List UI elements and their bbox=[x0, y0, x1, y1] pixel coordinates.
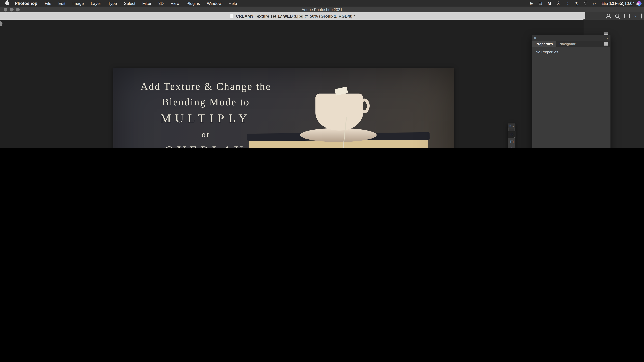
artwork-line: MULTIPLY bbox=[118, 110, 294, 126]
menu-item[interactable]: Select bbox=[124, 1, 135, 5]
window-controls bbox=[4, 7, 20, 11]
document-icon bbox=[230, 14, 234, 18]
accessibility-icon[interactable] bbox=[556, 1, 561, 6]
menu-item[interactable]: Filter bbox=[142, 1, 152, 5]
document-tab-bar: CREAMY Texture set 17 WEB 3.jpg @ 50% (G… bbox=[0, 12, 644, 19]
artwork-line: Blending Mode to bbox=[118, 94, 294, 110]
artwork-line: Add Texture & Change the bbox=[118, 79, 294, 94]
time-machine-icon[interactable] bbox=[574, 1, 579, 6]
menu-list: FileEditImageLayerTypeSelectFilter3DView… bbox=[45, 1, 237, 5]
menu-item[interactable]: Edit bbox=[58, 1, 66, 5]
menu-item[interactable]: File bbox=[45, 1, 51, 5]
zoom-window-button[interactable] bbox=[16, 7, 20, 11]
menu-item[interactable]: Layer bbox=[91, 1, 101, 5]
properties-tabstrip: Properties Navigator bbox=[532, 40, 610, 47]
tab-navigator[interactable]: Navigator bbox=[556, 40, 579, 47]
close-panel-icon[interactable]: ✕ bbox=[534, 36, 536, 40]
menu-item[interactable]: Image bbox=[72, 1, 84, 5]
document-tab-title: CREAMY Texture set 17 WEB 3.jpg @ 50% (G… bbox=[236, 14, 355, 18]
panel-edge-icon bbox=[641, 13, 642, 18]
workspace-switcher-icon[interactable] bbox=[624, 14, 630, 18]
panel-group: ✕ « Properties Navigator No Properties A… bbox=[532, 35, 611, 148]
artwork-line: or bbox=[118, 126, 294, 142]
invite-user-icon[interactable] bbox=[606, 13, 610, 18]
apple-menu-icon[interactable] bbox=[5, 1, 9, 5]
window-title-bar: Adobe Photoshop 2021 bbox=[0, 6, 644, 12]
collapse-tools-icon[interactable]: » bbox=[512, 124, 514, 127]
menu-bar: Photoshop FileEditImageLayerTypeSelectFi… bbox=[0, 0, 644, 6]
properties-body: No Properties bbox=[532, 47, 610, 148]
wifi-icon[interactable] bbox=[583, 1, 588, 6]
bluetooth-icon[interactable] bbox=[565, 1, 570, 6]
menu-item[interactable]: 3D bbox=[158, 1, 164, 5]
move-tool[interactable]: ✢ bbox=[508, 131, 516, 138]
document-tab[interactable]: CREAMY Texture set 17 WEB 3.jpg @ 50% (G… bbox=[0, 12, 585, 19]
malwarebytes-icon[interactable] bbox=[547, 1, 552, 6]
display-icon[interactable] bbox=[538, 1, 543, 6]
collapse-panel-icon[interactable]: « bbox=[607, 36, 609, 39]
minimize-window-button[interactable] bbox=[10, 7, 14, 11]
app-menu[interactable]: Photoshop bbox=[15, 1, 37, 6]
menu-item[interactable]: Window bbox=[207, 1, 222, 5]
menu-item[interactable]: Type bbox=[108, 1, 117, 5]
workspace: Add Texture & Change theBlending Mode to… bbox=[0, 20, 644, 148]
artwork-line: OVERLAY bbox=[118, 142, 294, 148]
window-title: Adobe Photoshop 2021 bbox=[302, 7, 342, 12]
menu-item[interactable]: Plugins bbox=[186, 1, 200, 5]
canvas-image[interactable]: Add Texture & Change theBlending Mode to… bbox=[113, 68, 454, 148]
tab-overflow-knob[interactable] bbox=[0, 21, 2, 26]
artwork-text: Add Texture & Change theBlending Mode to… bbox=[118, 79, 294, 148]
marquee-tool[interactable]: ▢ bbox=[508, 138, 516, 145]
screen-record-icon[interactable] bbox=[528, 1, 534, 6]
menu-item[interactable]: Help bbox=[228, 1, 237, 5]
menu-item[interactable]: View bbox=[171, 1, 180, 5]
close-window-button[interactable] bbox=[4, 7, 8, 11]
lasso-tool[interactable]: ∿ bbox=[508, 145, 516, 148]
layers-menu-icon[interactable] bbox=[604, 32, 608, 35]
chevron-down-icon[interactable]: ∨ bbox=[634, 14, 636, 18]
tools-panel: ✕ » ✢▢∿✎⊞⊠⌿✚✏▣↺▰▨⊙◒✒T➤▭☝◎⋯ ⇅ bbox=[508, 123, 516, 148]
panel-menu-icon[interactable] bbox=[604, 42, 608, 45]
search-icon[interactable] bbox=[615, 13, 620, 18]
teacup bbox=[316, 93, 363, 130]
tab-properties[interactable]: Properties bbox=[532, 40, 556, 47]
screen: Photoshop FileEditImageLayerTypeSelectFi… bbox=[0, 0, 644, 148]
menu-bar-clock[interactable]: 10:04 am bbox=[624, 1, 642, 5]
tools-drag-strip[interactable] bbox=[509, 129, 514, 131]
menu-bar-date[interactable]: Thu 10 Feb bbox=[601, 1, 622, 5]
close-tools-icon[interactable]: ✕ bbox=[509, 124, 511, 127]
code-brackets-icon[interactable] bbox=[592, 1, 597, 6]
no-properties-label: No Properties bbox=[536, 50, 558, 54]
